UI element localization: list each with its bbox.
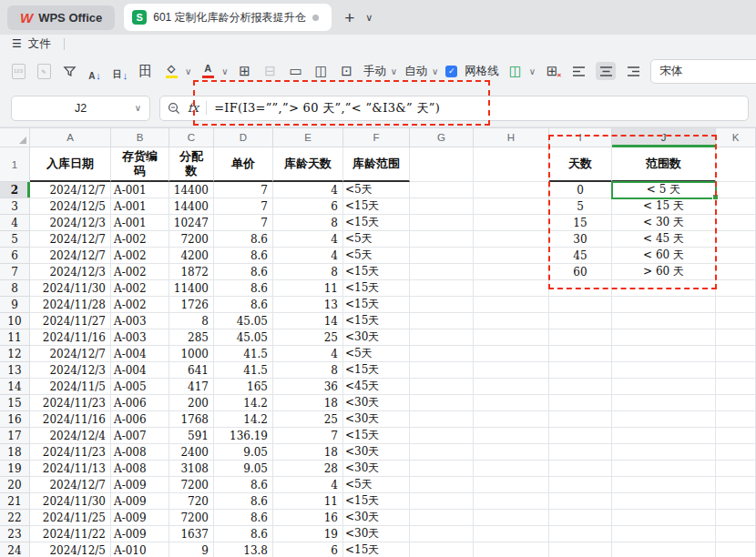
cell-F24[interactable]: <15天 [343, 542, 410, 557]
align-center-icon[interactable] [596, 62, 616, 80]
freeze-panes-icon[interactable]: ◫ [506, 61, 525, 81]
cell-B6[interactable]: A-002 [111, 248, 169, 264]
cell-K6[interactable] [716, 248, 756, 264]
cell-K4[interactable] [716, 215, 756, 231]
cell-G19[interactable] [410, 461, 474, 477]
cell-J11[interactable] [612, 329, 716, 346]
row-header-7[interactable]: 7 [0, 264, 30, 280]
column-header-H[interactable]: H [474, 127, 549, 147]
cell-C4[interactable]: 10247 [169, 215, 214, 231]
cell-I10[interactable] [549, 313, 612, 329]
cell-B12[interactable]: A-004 [111, 346, 169, 362]
cell-C12[interactable]: 1000 [169, 346, 214, 362]
cell-B19[interactable]: A-008 [111, 461, 169, 477]
cell-D13[interactable]: 41.5 [214, 362, 273, 379]
cell-B9[interactable]: A-002 [111, 297, 169, 313]
cell-I7[interactable]: 60 [549, 264, 612, 280]
cell-E20[interactable]: 4 [273, 477, 343, 493]
cell-B4[interactable]: A-001 [111, 215, 169, 231]
cell-E22[interactable]: 16 [273, 510, 343, 526]
cell-K2[interactable] [716, 182, 756, 198]
cell-J23[interactable] [612, 526, 716, 542]
column-header-C[interactable]: C [169, 127, 214, 147]
cell-F16[interactable]: <30天 [343, 411, 410, 428]
auto-fit-dropdown[interactable]: 自动 [404, 64, 427, 79]
cell-A16[interactable]: 2024/11/16 [30, 411, 111, 428]
cell-G14[interactable] [410, 379, 474, 395]
cell-D11[interactable]: 45.05 [214, 329, 273, 346]
column-header-D[interactable]: D [214, 127, 273, 147]
cell-B7[interactable]: A-002 [111, 264, 169, 280]
cell-E10[interactable]: 14 [273, 313, 343, 329]
auto-chevron-icon[interactable]: ∨ [432, 66, 438, 76]
cell-A15[interactable]: 2024/11/23 [30, 395, 111, 411]
row-header-22[interactable]: 22 [0, 510, 30, 526]
format-painter-icon[interactable]: ✎ [35, 61, 53, 81]
cell-C3[interactable]: 14400 [169, 198, 214, 215]
cell-I23[interactable] [549, 526, 612, 542]
cell-A21[interactable]: 2024/11/30 [30, 493, 111, 510]
cell-B3[interactable]: A-001 [111, 198, 169, 215]
cell-I4[interactable]: 15 [549, 215, 612, 231]
cell-B8[interactable]: A-002 [111, 280, 169, 297]
cell-F14[interactable]: <45天 [343, 379, 410, 395]
cell-B17[interactable]: A-007 [111, 428, 169, 444]
cell-G2[interactable] [410, 182, 474, 198]
row-header-4[interactable]: 4 [0, 215, 30, 231]
new-tab-button[interactable]: + [344, 9, 354, 26]
name-box[interactable]: J2 ∨ [11, 96, 150, 121]
cell-A12[interactable]: 2024/12/7 [30, 346, 111, 362]
cell-K11[interactable] [716, 329, 756, 346]
cell-D10[interactable]: 45.05 [214, 313, 273, 329]
cell-C24[interactable]: 9 [169, 542, 214, 557]
cell-K13[interactable] [716, 362, 756, 379]
cell-C18[interactable]: 2400 [169, 444, 214, 461]
cell-A6[interactable]: 2024/12/7 [30, 248, 111, 264]
cell-I15[interactable] [549, 395, 612, 411]
cell-I8[interactable] [549, 280, 612, 297]
manual-calc-dropdown[interactable]: 手动 [363, 64, 386, 79]
cell-C2[interactable]: 14400 [169, 182, 214, 198]
row-header-2[interactable]: 2 [0, 182, 30, 198]
cell-G13[interactable] [410, 362, 474, 379]
cell-E12[interactable]: 4 [273, 346, 343, 362]
cell-F19[interactable]: <30天 [343, 461, 410, 477]
cell-K17[interactable] [716, 428, 756, 444]
cell-B10[interactable]: A-003 [111, 313, 169, 329]
cell-J1[interactable]: 范围数 [612, 147, 716, 182]
column-header-K[interactable]: K [716, 127, 756, 147]
cell-I16[interactable] [549, 411, 612, 428]
align-left-icon[interactable] [568, 62, 588, 80]
cell-J2[interactable]: < 5 天 [612, 182, 716, 198]
cell-H8[interactable] [474, 280, 549, 297]
cell-A22[interactable]: 2024/11/25 [30, 510, 111, 526]
cell-I6[interactable]: 45 [549, 248, 612, 264]
cell-F21[interactable]: <15天 [343, 493, 410, 510]
cell-F11[interactable]: <30天 [343, 329, 410, 346]
cell-G5[interactable] [410, 231, 474, 248]
cell-B18[interactable]: A-008 [111, 444, 169, 461]
cell-J3[interactable]: < 15 天 [612, 198, 716, 215]
cell-J18[interactable] [612, 444, 716, 461]
cell-I2[interactable]: 0 [549, 182, 612, 198]
cell-C15[interactable]: 200 [169, 395, 214, 411]
cell-G9[interactable] [410, 297, 474, 313]
cell-K5[interactable] [716, 231, 756, 248]
cell-H20[interactable] [474, 477, 549, 493]
cell-A24[interactable]: 2024/12/5 [30, 542, 111, 557]
merge-cells-icon[interactable]: ▭ [287, 61, 305, 81]
cell-E8[interactable]: 11 [273, 280, 343, 297]
cell-C1[interactable]: 分配 数 [169, 147, 214, 182]
cell-B22[interactable]: A-009 [111, 510, 169, 526]
cell-C7[interactable]: 1872 [169, 264, 214, 280]
cell-H4[interactable] [474, 215, 549, 231]
row-header-6[interactable]: 6 [0, 248, 30, 264]
cell-F9[interactable]: <15天 [343, 297, 410, 313]
cell-K8[interactable] [716, 280, 756, 297]
cell-I5[interactable]: 30 [549, 231, 612, 248]
column-header-B[interactable]: B [111, 127, 169, 147]
cell-D21[interactable]: 8.6 [214, 493, 273, 510]
cell-G7[interactable] [410, 264, 474, 280]
borders-icon[interactable]: 田 [137, 61, 155, 81]
cell-K20[interactable] [716, 477, 756, 493]
